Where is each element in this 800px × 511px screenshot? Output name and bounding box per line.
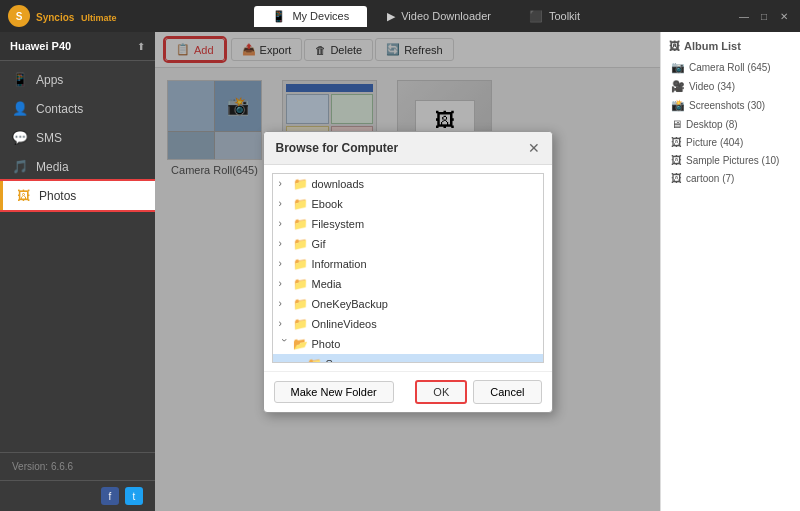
facebook-button[interactable]: f: [101, 487, 119, 505]
folder-name: Photo: [312, 338, 341, 350]
device-header: Huawei P40 ⬆: [0, 32, 155, 61]
play-icon: ▶: [387, 10, 395, 23]
album-item-camera-roll[interactable]: 📷 Camera Roll (645): [669, 58, 792, 77]
folder-media[interactable]: › 📁 Media: [273, 274, 543, 294]
folder-icon: 📁: [293, 317, 308, 331]
maximize-button[interactable]: □: [756, 8, 772, 24]
folder-name: Filesystem: [312, 218, 365, 230]
folder-arrow: ›: [279, 258, 289, 269]
close-button[interactable]: ✕: [776, 8, 792, 24]
album-item-video[interactable]: 🎥 Video (34): [669, 77, 792, 96]
tab-video-downloader[interactable]: ▶ Video Downloader: [369, 6, 509, 27]
modal-header: Browse for Computer ✕: [264, 132, 552, 165]
title-bar: S Syncios Ultimate 📱 My Devices ▶ Video …: [0, 0, 800, 32]
album-item-screenshots[interactable]: 📸 Screenshots (30): [669, 96, 792, 115]
album-item-picture[interactable]: 🖼 Picture (404): [669, 133, 792, 151]
photos-icon: 🖼: [15, 188, 31, 203]
folder-arrow: ›: [279, 238, 289, 249]
new-folder-button[interactable]: Make New Folder: [274, 381, 394, 403]
browse-modal: Browse for Computer ✕ › 📁 downloads › 📁: [263, 131, 553, 413]
folder-ebook[interactable]: › 📁 Ebook: [273, 194, 543, 214]
modal-footer-right: OK Cancel: [415, 380, 541, 404]
sidebar-media-label: Media: [36, 160, 69, 174]
minimize-button[interactable]: —: [736, 8, 752, 24]
apps-icon: 📱: [12, 72, 28, 87]
folder-arrow: ›: [279, 298, 289, 309]
album-list-title: 🖼 Album List: [669, 40, 792, 52]
folder-icon: 📁: [293, 197, 308, 211]
sidebar-sms-label: SMS: [36, 131, 62, 145]
app-edition: Ultimate: [81, 13, 117, 23]
album-sidebar: 🖼 Album List 📷 Camera Roll (645) 🎥 Video…: [660, 32, 800, 511]
folder-onekeybackup[interactable]: › 📁 OneKeyBackup: [273, 294, 543, 314]
folder-name: Samsung: [326, 358, 372, 363]
phone-icon: 📱: [272, 10, 286, 23]
album-item-label: Picture (404): [686, 137, 743, 148]
modal-close-button[interactable]: ✕: [528, 140, 540, 156]
ok-button[interactable]: OK: [415, 380, 467, 404]
album-item-desktop[interactable]: 🖥 Desktop (8): [669, 115, 792, 133]
device-sync-icon[interactable]: ⬆: [137, 41, 145, 52]
modal-overlay: Browse for Computer ✕ › 📁 downloads › 📁: [155, 32, 660, 511]
folder-photo[interactable]: › 📂 Photo: [273, 334, 543, 354]
picture-icon: 🖼: [671, 136, 682, 148]
folder-icon: 📁: [293, 217, 308, 231]
folder-arrow: ›: [279, 198, 289, 209]
toolkit-icon: ⬛: [529, 10, 543, 23]
title-bar-nav: 📱 My Devices ▶ Video Downloader ⬛ Toolki…: [254, 6, 598, 27]
tab-my-devices[interactable]: 📱 My Devices: [254, 6, 367, 27]
tab-toolkit[interactable]: ⬛ Toolkit: [511, 6, 598, 27]
sidebar-item-sms[interactable]: 💬 SMS: [0, 123, 155, 152]
sidebar-item-media[interactable]: 🎵 Media: [0, 152, 155, 181]
folder-samsung[interactable]: 📁 Samsung: [273, 354, 543, 363]
twitter-button[interactable]: t: [125, 487, 143, 505]
folder-filesystem[interactable]: › 📁 Filesystem: [273, 214, 543, 234]
folder-arrow: ›: [279, 318, 289, 329]
folder-icon: 📁: [293, 277, 308, 291]
sidebar-item-contacts[interactable]: 👤 Contacts: [0, 94, 155, 123]
version-label: Version: 6.6.6: [0, 452, 155, 480]
folder-icon: 📂: [293, 337, 308, 351]
album-item-label: Desktop (8): [686, 119, 738, 130]
social-bar: f t: [0, 480, 155, 511]
device-name: Huawei P40: [10, 40, 71, 52]
app-logo: S: [8, 5, 30, 27]
folder-icon: 📁: [293, 257, 308, 271]
screenshots-icon: 📸: [671, 99, 685, 112]
cancel-button[interactable]: Cancel: [473, 380, 541, 404]
title-bar-controls: — □ ✕: [736, 8, 792, 24]
tab-my-devices-label: My Devices: [292, 10, 349, 22]
folder-icon: 📁: [293, 177, 308, 191]
app-name: Syncios Ultimate: [36, 9, 117, 24]
sample-pictures-icon: 🖼: [671, 154, 682, 166]
folder-information[interactable]: › 📁 Information: [273, 254, 543, 274]
folder-onlinevideos[interactable]: › 📁 OnlineVideos: [273, 314, 543, 334]
sidebar-menu: 📱 Apps 👤 Contacts 💬 SMS 🎵 Media 🖼 Photos: [0, 61, 155, 452]
folder-name: Information: [312, 258, 367, 270]
folder-gif[interactable]: › 📁 Gif: [273, 234, 543, 254]
album-list-icon: 🖼: [669, 40, 680, 52]
folder-icon: 📁: [293, 237, 308, 251]
sidebar-item-photos[interactable]: 🖼 Photos: [0, 181, 155, 210]
folder-name: downloads: [312, 178, 365, 190]
sidebar-item-apps[interactable]: 📱 Apps: [0, 65, 155, 94]
album-item-sample-pictures[interactable]: 🖼 Sample Pictures (10): [669, 151, 792, 169]
album-item-cartoon[interactable]: 🖼 cartoon (7): [669, 169, 792, 187]
album-item-label: cartoon (7): [686, 173, 734, 184]
main-area: Huawei P40 ⬆ 📱 Apps 👤 Contacts 💬 SMS 🎵 M…: [0, 32, 800, 511]
folder-arrow: ›: [279, 278, 289, 289]
contacts-icon: 👤: [12, 101, 28, 116]
folder-name: Ebook: [312, 198, 343, 210]
video-icon: 🎥: [671, 80, 685, 93]
folder-arrow: ›: [279, 178, 289, 189]
folder-tree[interactable]: › 📁 downloads › 📁 Ebook › 📁 Files: [272, 173, 544, 363]
sidebar: Huawei P40 ⬆ 📱 Apps 👤 Contacts 💬 SMS 🎵 M…: [0, 32, 155, 511]
album-item-label: Video (34): [689, 81, 735, 92]
folder-name: OneKeyBackup: [312, 298, 388, 310]
sms-icon: 💬: [12, 130, 28, 145]
folder-icon: 📁: [307, 357, 322, 363]
folder-name: Media: [312, 278, 342, 290]
sidebar-apps-label: Apps: [36, 73, 63, 87]
device-actions: ⬆: [137, 41, 145, 52]
folder-downloads[interactable]: › 📁 downloads: [273, 174, 543, 194]
